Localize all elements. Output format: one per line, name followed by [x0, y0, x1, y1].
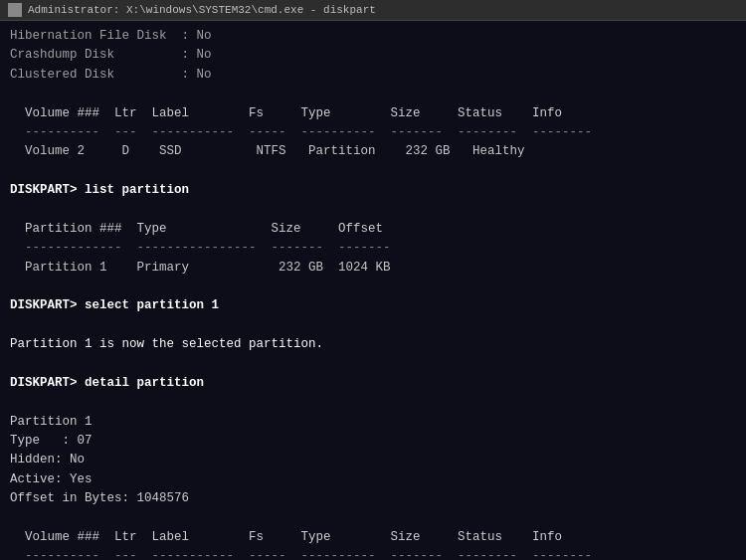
title-text: Administrator: X:\windows\SYSTEM32\cmd.e…: [28, 4, 376, 16]
line-blank5: [10, 316, 736, 335]
line-blank4: [10, 278, 736, 296]
line-hib: Hibernation File Disk : No: [10, 27, 736, 46]
cmd-detail: DISKPART> detail partition: [10, 374, 736, 393]
line-blank1: [10, 85, 736, 103]
line-blank3: [10, 200, 736, 219]
cmd-select: DISKPART> select partition 1: [10, 296, 736, 315]
vol-sep: ---------- --- ----------- ----- -------…: [10, 123, 736, 142]
vol-row: Volume 2 D SSD NTFS Partition 232 GB Hea…: [10, 142, 736, 161]
vol-header2: Volume ### Ltr Label Fs Type Size Status…: [10, 528, 736, 547]
detail-part: Partition 1: [10, 413, 736, 432]
line-cluster: Clustered Disk : No: [10, 66, 736, 85]
select-msg: Partition 1 is now the selected partitio…: [10, 335, 736, 354]
cmd-list: DISKPART> list partition: [10, 181, 736, 200]
detail-active: Active: Yes: [10, 470, 736, 489]
line-blank2: [10, 162, 736, 181]
detail-hidden: Hidden: No: [10, 451, 736, 469]
line-blank7: [10, 393, 736, 412]
part-sep: ------------- ---------------- ------- -…: [10, 239, 736, 258]
line-crash: Crashdump Disk : No: [10, 46, 736, 65]
detail-type: Type : 07: [10, 432, 736, 451]
line-blank8: [10, 508, 736, 527]
vol-sep2: ---------- --- ----------- ----- -------…: [10, 547, 736, 560]
title-bar: Administrator: X:\windows\SYSTEM32\cmd.e…: [0, 0, 746, 21]
part-row: Partition 1 Primary 232 GB 1024 KB: [10, 259, 736, 278]
cmd-icon: [8, 3, 22, 17]
vol-header: Volume ### Ltr Label Fs Type Size Status…: [10, 104, 736, 123]
part-header: Partition ### Type Size Offset: [10, 220, 736, 239]
line-blank6: [10, 354, 736, 373]
terminal-window: Hibernation File Disk : No Crashdump Dis…: [0, 21, 746, 560]
detail-offset: Offset in Bytes: 1048576: [10, 489, 736, 508]
